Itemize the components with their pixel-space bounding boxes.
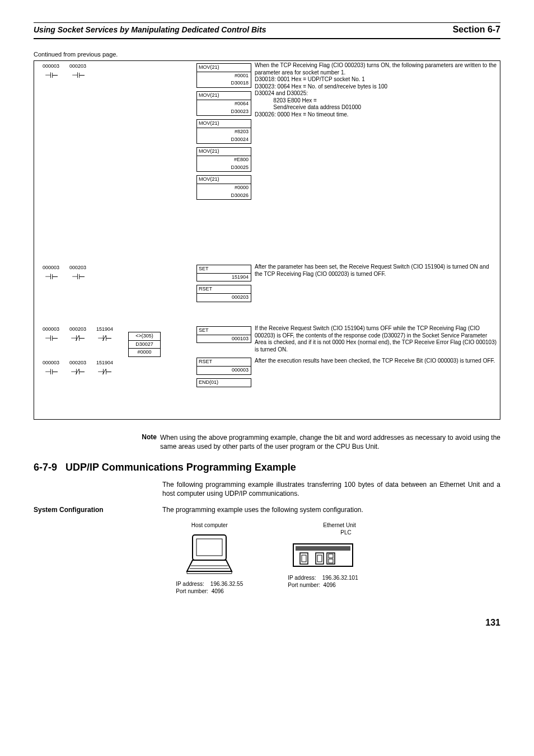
- instr-mov: MOV(21) #8203 D30024: [196, 119, 251, 144]
- section-paragraph: The following programming example illust…: [162, 480, 500, 498]
- instr-mov: MOV(21) #0064 D30023: [196, 91, 251, 116]
- page-header: Using Socket Services by Manipulating De…: [34, 22, 500, 39]
- instr-mov: MOV(21) #0001 D30018: [196, 63, 251, 88]
- section-heading: 6-7-9 UDP/IP Communications Programming …: [34, 461, 500, 474]
- ladder-diagram: 000003⊣ ⊢ 000203⊣ ⊢ MOV(21) #0001 D30018…: [34, 60, 500, 420]
- svg-rect-14: [329, 554, 333, 558]
- note-block: Note When using the above programming ex…: [134, 433, 500, 451]
- svg-rect-11: [316, 553, 324, 564]
- instr-rset: RSET 000003: [196, 358, 251, 374]
- system-config-label: System Configuration: [34, 506, 162, 515]
- instr-rset: RSET 000203: [196, 285, 251, 302]
- svg-rect-15: [329, 559, 333, 563]
- host-computer-icon: [184, 532, 235, 577]
- plc-icon: [292, 539, 354, 571]
- page-number: 131: [34, 617, 500, 629]
- instr-set: SET 151904: [196, 265, 251, 281]
- note-text: When using the above programming example…: [160, 433, 500, 451]
- ethernet-unit-label: Ethernet Unit: [288, 522, 358, 529]
- continued-label: Continued from previous page.: [34, 50, 500, 58]
- host-computer-label: Host computer: [176, 522, 243, 529]
- system-config-text: The programming example uses the followi…: [162, 506, 500, 515]
- svg-rect-10: [302, 555, 306, 562]
- svg-rect-12: [317, 555, 322, 562]
- system-diagram: Host computer IP address: 196.36.32.55 P…: [34, 522, 500, 595]
- instr-end: END(01): [196, 378, 251, 387]
- instr-mov: MOV(21) #0000 D30026: [196, 175, 251, 200]
- note-label: Note: [134, 433, 160, 451]
- svg-rect-13: [327, 553, 335, 564]
- instr-mov: MOV(21) #E800 D30025: [196, 147, 251, 172]
- header-right: Section 6-7: [453, 24, 500, 36]
- plc-label: PLC: [288, 529, 358, 536]
- svg-rect-1: [196, 539, 222, 556]
- instr-set: SET 000103: [196, 326, 251, 343]
- header-left: Using Socket Services by Manipulating De…: [34, 25, 266, 35]
- svg-rect-8: [296, 546, 350, 551]
- svg-rect-9: [300, 553, 308, 564]
- rung3-description: If the Receive Request Switch (CIO 15190…: [252, 324, 500, 366]
- rung2-description: After the parameter has been set, the Re…: [252, 262, 500, 279]
- rung1-description: When the TCP Receiving Flag (CIO 000203)…: [252, 61, 500, 119]
